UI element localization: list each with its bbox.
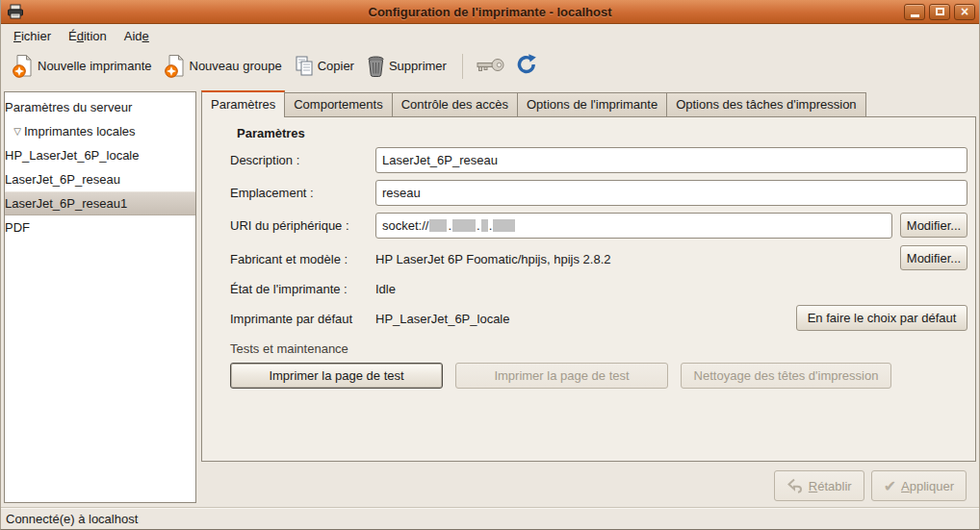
window-controls: × <box>904 4 975 20</box>
make-model-label: Fabricant et modèle : <box>230 252 348 266</box>
revert-label: Rétablir <box>809 479 852 493</box>
default-printer-label: Imprimante par défaut <box>230 312 352 326</box>
make-default-button[interactable]: En faire le choix par défaut <box>796 305 967 331</box>
tree-item-label: HP_LaserJet_6P_locale <box>5 148 139 163</box>
tab-bar: Paramètres Comportements Contrôle des ac… <box>201 93 976 117</box>
menu-file[interactable]: Fichier <box>5 27 60 45</box>
unlock-button[interactable] <box>470 51 510 81</box>
location-value: reseau <box>382 186 421 200</box>
printer-state-label: État de l'imprimante : <box>230 282 348 296</box>
minimize-button[interactable] <box>904 4 925 20</box>
tree-item-label: PDF <box>5 220 30 235</box>
toolbar: Nouvelle imprimante Nouveau groupe Copie… <box>1 46 979 86</box>
minimize-icon <box>911 14 919 17</box>
section-heading: Paramètres <box>237 126 305 140</box>
tab-options-imprimante[interactable]: Options de l'imprimante <box>517 92 666 117</box>
new-group-icon <box>164 54 187 79</box>
new-group-button[interactable]: Nouveau groupe <box>158 50 288 83</box>
maximize-button[interactable] <box>929 4 950 20</box>
printer-tree: Paramètres du serveur ▽ Imprimantes loca… <box>4 91 196 503</box>
tree-item-label: Imprimantes locales <box>24 124 136 139</box>
menubar: Fichier Édition Aide <box>1 25 979 46</box>
redacted-block <box>429 219 447 232</box>
copy-icon <box>294 55 315 78</box>
statusbar: Connecté(e) à localhost <box>1 507 979 529</box>
expander-icon[interactable]: ▽ <box>11 126 24 137</box>
description-label: Description : <box>230 153 299 167</box>
device-uri-label: URI du périphérique : <box>230 218 349 233</box>
tree-item-label: LaserJet_6P_reseau <box>5 172 120 187</box>
maximize-icon <box>936 8 944 15</box>
new-group-label: Nouveau groupe <box>190 59 282 73</box>
tree-item-label: LaserJet_6P_reseau1 <box>5 196 127 211</box>
check-icon: ✔ <box>884 477 896 495</box>
menu-edit[interactable]: Édition <box>60 27 116 45</box>
key-icon <box>475 55 505 74</box>
redacted-block <box>452 219 476 232</box>
modify-uri-button[interactable]: Modifier... <box>900 213 967 238</box>
action-bar: Rétablir ✔ Appliquer <box>774 470 967 501</box>
tests-maintenance-heading: Tests et maintenance <box>230 341 348 356</box>
print-test-page-button[interactable]: Imprimer la page de test <box>230 363 443 389</box>
tree-item-local-printers[interactable]: ▽ Imprimantes locales <box>5 119 195 143</box>
tree-item-server-settings[interactable]: Paramètres du serveur <box>5 95 195 119</box>
redacted-block <box>481 219 488 232</box>
notebook: Paramètres Comportements Contrôle des ac… <box>201 93 976 462</box>
revert-button: Rétablir <box>774 470 864 501</box>
device-uri-value: socket:// <box>382 218 428 233</box>
tab-comportements[interactable]: Comportements <box>285 92 391 117</box>
new-printer-icon <box>12 54 35 79</box>
tab-parametres[interactable]: Paramètres <box>201 90 285 117</box>
close-button[interactable]: × <box>954 4 975 20</box>
status-text: Connecté(e) à localhost <box>6 512 138 526</box>
device-uri-input[interactable]: socket://... <box>375 213 892 239</box>
location-input[interactable]: reseau <box>375 180 967 206</box>
undo-icon <box>787 478 804 493</box>
new-printer-label: Nouvelle imprimante <box>38 59 152 73</box>
clean-print-heads-button: Nettoyage des têtes d'impression <box>681 363 891 389</box>
apply-label: Appliquer <box>901 479 954 493</box>
redacted-block <box>493 219 515 232</box>
tree-item-printer[interactable]: LaserJet_6P_reseau <box>5 167 195 191</box>
tab-controle-des-acces[interactable]: Contrôle des accès <box>392 92 517 117</box>
titlebar: Configuration de l'imprimante - localhos… <box>1 0 979 24</box>
trash-icon <box>366 55 386 78</box>
make-model-value: HP LaserJet 6P Foomatic/hpijs, hpijs 2.8… <box>375 252 610 266</box>
window-title: Configuration de l'imprimante - localhos… <box>1 5 979 19</box>
tree-item-label: Paramètres du serveur <box>5 100 132 114</box>
print-test-page-button-disabled: Imprimer la page de test <box>455 363 668 389</box>
description-input[interactable]: LaserJet_6P_reseau <box>375 147 967 173</box>
refresh-icon <box>515 53 538 76</box>
toolbar-separator <box>462 54 463 79</box>
settings-panel: Paramètres Description : LaserJet_6P_res… <box>201 116 976 462</box>
tree-item-printer-selected[interactable]: LaserJet_6P_reseau1 <box>5 191 195 215</box>
delete-label: Supprimer <box>389 59 447 73</box>
printer-state-value: Idle <box>375 282 396 296</box>
apply-button: ✔ Appliquer <box>871 470 967 501</box>
location-label: Emplacement : <box>230 186 314 200</box>
modify-make-model-button[interactable]: Modifier... <box>900 245 967 270</box>
description-value: LaserJet_6P_reseau <box>382 153 498 167</box>
tree-item-printer[interactable]: PDF <box>5 215 195 240</box>
tab-options-taches[interactable]: Options des tâches d'impression <box>666 92 865 117</box>
delete-button[interactable]: Supprimer <box>360 51 452 82</box>
refresh-button[interactable] <box>510 49 543 83</box>
new-printer-button[interactable]: Nouvelle imprimante <box>6 50 158 83</box>
tree-item-printer[interactable]: HP_LaserJet_6P_locale <box>5 143 195 167</box>
default-printer-value: HP_LaserJet_6P_locale <box>375 312 509 326</box>
copy-label: Copier <box>318 59 354 73</box>
printer-config-window: Configuration de l'imprimante - localhos… <box>0 0 980 530</box>
copy-button[interactable]: Copier <box>288 51 360 82</box>
close-icon: × <box>961 5 968 18</box>
menu-help[interactable]: Aide <box>116 27 158 45</box>
